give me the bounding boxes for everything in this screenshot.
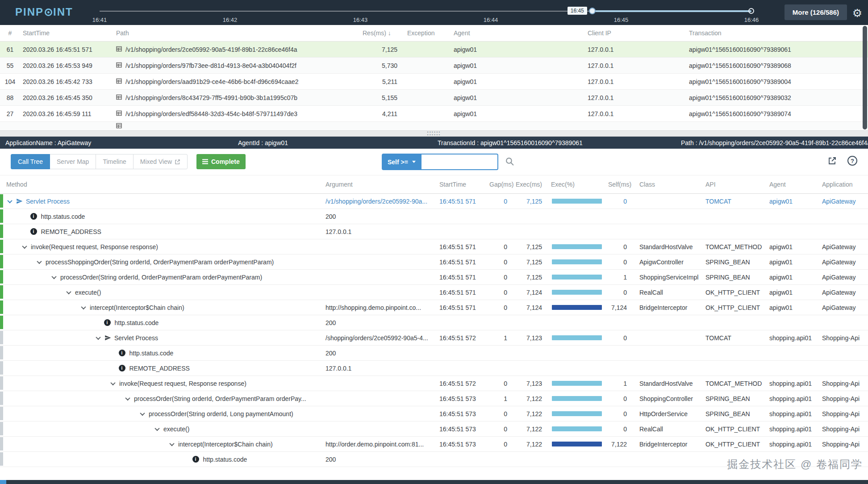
chevron-down-icon[interactable] <box>110 380 115 385</box>
transaction-list-header: # StartTime Path Res(ms) ↓ Exception Age… <box>0 25 868 42</box>
slider-end-knob[interactable] <box>748 8 754 14</box>
call-tree-row[interactable]: execute()16:45:51 57307,1220RealCallOK_H… <box>0 421 868 437</box>
chevron-down-icon[interactable] <box>66 289 71 294</box>
column-header-exception[interactable]: Exception <box>405 29 451 37</box>
open-in-new-window-icon[interactable] <box>828 156 837 165</box>
column-header-num[interactable]: # <box>0 29 20 37</box>
call-tree-row[interactable]: processOrder(String orderId, OrderPaymen… <box>0 270 868 285</box>
servlet-process-icon <box>16 198 23 204</box>
exec-percent-bar <box>552 305 602 310</box>
horizontal-scrollbar-track[interactable] <box>0 480 868 484</box>
complete-button[interactable]: Complete <box>196 154 246 169</box>
slider-handle[interactable] <box>589 8 596 14</box>
call-tree-row[interactable]: processOrder(String orderId, OrderPaymen… <box>0 391 868 406</box>
chevron-down-icon[interactable] <box>140 410 145 415</box>
call-tree-row[interactable]: ihttp.status.code200 <box>0 209 868 224</box>
call-tree-row[interactable]: intercept(Interceptor$Chain chain)http:/… <box>0 300 868 315</box>
column-header-starttime[interactable]: StartTime <box>20 29 113 37</box>
call-tree-row[interactable]: processOrder(String orderId, Long paymen… <box>0 406 868 421</box>
tree-cell-class: ApigwController <box>638 259 704 266</box>
transaction-row[interactable]: 882020.03.26 16:45:45 350/v1/shopping/or… <box>0 90 868 106</box>
tree-cell-exec-pct <box>549 259 606 264</box>
chevron-down-icon[interactable] <box>37 259 42 263</box>
more-button[interactable]: More (126/586) <box>785 4 847 20</box>
chevron-down-icon[interactable] <box>7 198 12 203</box>
tab-server-map[interactable]: Server Map <box>50 154 96 169</box>
transaction-res-ms: 7,125 <box>360 46 405 53</box>
pane-splitter[interactable]: •••••••••••• <box>0 130 868 137</box>
call-tree-row[interactable]: Servlet Process/v1/shopping/orders/2ce05… <box>0 194 868 209</box>
exec-percent-bar <box>552 396 602 401</box>
column-header-clientip[interactable]: Client IP <box>585 29 686 37</box>
transaction-id: apigw01^1565160016090^79389074 <box>686 110 868 117</box>
call-tree-row[interactable]: iREMOTE_ADDRESS127.0.0.1 <box>0 224 868 239</box>
tree-cell-method: invoke(Request request, Response respons… <box>0 243 324 250</box>
tab-mixed-view[interactable]: Mixed View <box>133 154 188 169</box>
filter-type-select[interactable]: Self >= <box>382 154 421 170</box>
call-tree-row[interactable]: Servlet Process/shopping/orders/2ce05992… <box>0 330 868 346</box>
column-header-transaction[interactable]: Transaction <box>686 29 868 37</box>
list-icon <box>202 159 208 164</box>
time-range-slider[interactable]: 16:45 16:4116:4216:4316:4416:4516:46 <box>100 0 751 25</box>
sort-desc-icon[interactable]: ↓ <box>388 29 391 37</box>
horizontal-scrollbar-thumb[interactable] <box>0 480 6 484</box>
transaction-list-scrollbar[interactable] <box>863 26 867 129</box>
column-header-path[interactable]: Path <box>113 29 360 37</box>
transaction-row[interactable] <box>0 122 868 130</box>
call-tree-row[interactable]: ihttp.status.code200 <box>0 315 868 330</box>
tree-cell-argument: 200 <box>324 350 438 357</box>
tree-cell-agent: apigw01 <box>768 304 820 311</box>
exec-percent-bar <box>552 199 602 204</box>
chevron-down-icon[interactable] <box>125 395 130 400</box>
call-tree-row[interactable]: ihttp.status.code200 <box>0 452 868 467</box>
call-tree-row[interactable]: invoke(Request request, Response respons… <box>0 239 868 255</box>
row-depth-marker <box>0 240 3 253</box>
call-tree-row[interactable]: execute()16:45:51 57107,1240RealCallOK_H… <box>0 285 868 300</box>
filter-value-input[interactable] <box>421 154 498 170</box>
tree-cell-api: TOMCAT <box>704 198 768 205</box>
tree-cell-application: Shopping-Api <box>820 426 868 433</box>
call-tree-row[interactable]: processShoppingOrder(String orderId, Ord… <box>0 255 868 270</box>
transaction-client-ip: 127.0.0.1 <box>585 110 686 117</box>
chevron-down-icon[interactable] <box>81 304 86 309</box>
column-header-res[interactable]: Res(ms) ↓ <box>360 29 405 37</box>
tick-label: 16:43 <box>353 17 368 23</box>
call-tree-row[interactable]: iREMOTE_ADDRESS127.0.0.1 <box>0 361 868 376</box>
chevron-down-icon[interactable] <box>169 441 174 446</box>
pinpoint-logo[interactable]: PINP INT <box>15 6 73 18</box>
chevron-down-icon[interactable] <box>154 426 159 430</box>
chevron-down-icon[interactable] <box>96 334 100 339</box>
tick-label: 16:45 <box>614 17 629 23</box>
chevron-down-icon[interactable] <box>51 274 56 279</box>
tab-call-tree[interactable]: Call Tree <box>11 154 50 169</box>
tree-cell-self: 0 <box>606 198 638 205</box>
settings-gear-icon[interactable]: ⚙ <box>849 5 865 21</box>
tree-cell-starttime: 16:45:51 571 <box>438 289 488 296</box>
column-header-agent[interactable]: Agent <box>451 29 585 37</box>
tree-cell-self: 0 <box>606 259 638 266</box>
transaction-client-ip: 127.0.0.1 <box>585 94 686 101</box>
tree-cell-starttime: 16:45:51 571 <box>438 198 488 205</box>
call-tree-row[interactable]: ihttp.status.code200 <box>0 346 868 361</box>
transaction-row[interactable]: 272020.03.26 16:45:59 111/v1/shopping/or… <box>0 106 868 122</box>
help-icon[interactable]: ? <box>847 156 857 166</box>
call-tree-row[interactable]: invoke(Request request, Response respons… <box>0 376 868 391</box>
method-name: processOrder(String orderId, Long paymen… <box>149 410 293 417</box>
tree-column-self: Self(ms) <box>606 181 638 188</box>
tree-cell-agent: shopping.api01 <box>768 380 820 387</box>
call-tree-row[interactable]: intercept(Interceptor$Chain chain)http:/… <box>0 437 868 452</box>
exec-percent-bar <box>552 244 602 249</box>
tree-cell-class: BridgeInterceptor <box>638 441 704 448</box>
transaction-row[interactable]: 612020.03.26 16:45:51 571/v1/shopping/or… <box>0 42 868 58</box>
tree-cell-class: ShoppingServiceImpl <box>638 274 704 281</box>
chevron-down-icon[interactable] <box>22 243 27 248</box>
search-button[interactable] <box>504 156 515 168</box>
transaction-row[interactable]: 552020.03.26 16:45:53 949/v1/shopping/or… <box>0 58 868 74</box>
method-name: invoke(Request request, Response respons… <box>119 380 246 387</box>
table-icon <box>116 94 122 101</box>
transaction-row[interactable]: 1042020.03.26 16:45:42 733/v1/shopping/o… <box>0 74 868 90</box>
tree-cell-exec-ms: 7,122 <box>513 395 549 402</box>
tab-timeline[interactable]: Timeline <box>96 154 133 169</box>
logo-target-icon <box>45 8 52 16</box>
tree-column-api: API <box>704 181 768 188</box>
